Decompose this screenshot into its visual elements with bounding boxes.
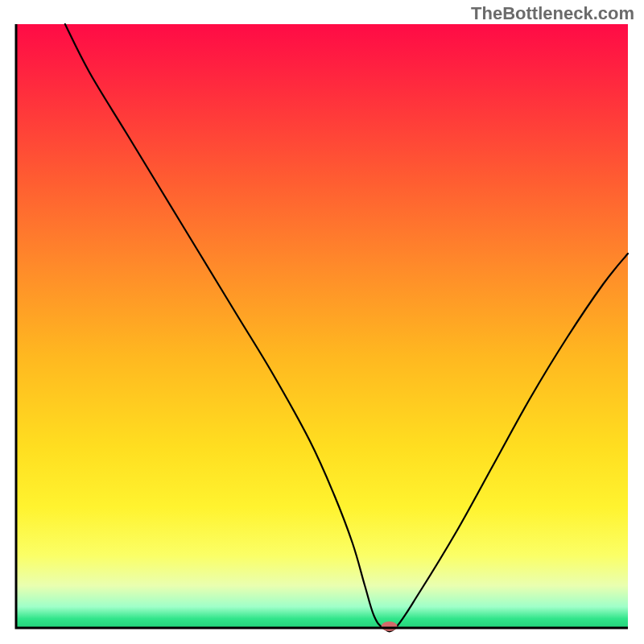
chart-container: TheBottleneck.com: [0, 0, 644, 644]
plot-background: [16, 24, 628, 628]
optimum-marker: [382, 621, 398, 631]
bottleneck-curve-chart: [0, 0, 644, 644]
watermark-text: TheBottleneck.com: [471, 3, 634, 24]
